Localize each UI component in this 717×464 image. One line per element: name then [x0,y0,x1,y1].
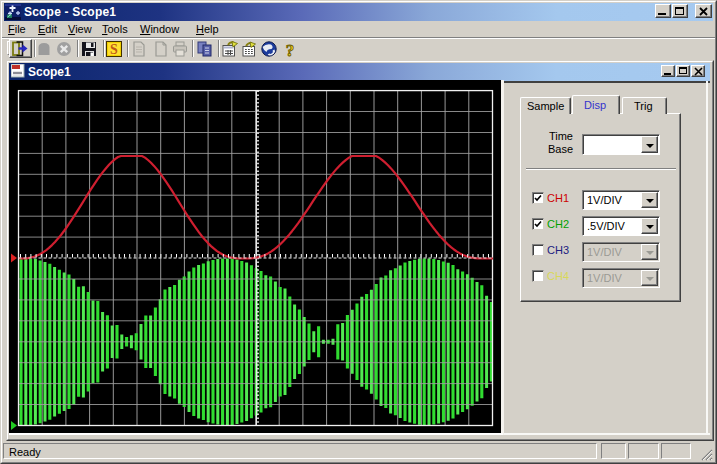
svg-text:?: ? [286,41,295,57]
svg-text:S: S [110,42,118,57]
